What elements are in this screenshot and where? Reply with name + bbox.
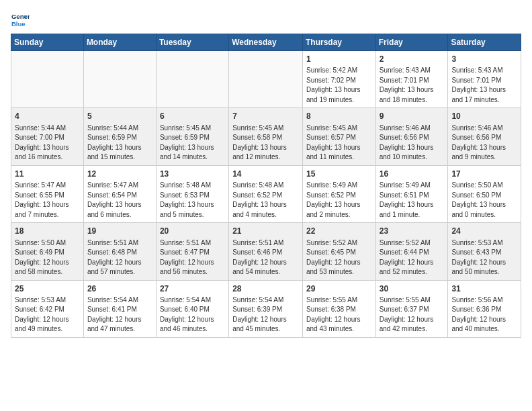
- calendar-cell: 21Sunrise: 5:51 AMSunset: 6:46 PMDayligh…: [229, 223, 303, 280]
- calendar-cell: 11Sunrise: 5:47 AMSunset: 6:55 PMDayligh…: [11, 165, 84, 222]
- calendar-cell: 13Sunrise: 5:48 AMSunset: 6:53 PMDayligh…: [156, 165, 228, 222]
- calendar-cell: 6Sunrise: 5:45 AMSunset: 6:59 PMDaylight…: [156, 108, 228, 165]
- day-detail: Sunrise: 5:48 AMSunset: 6:53 PMDaylight:…: [160, 181, 225, 220]
- weekday-header: Friday: [375, 34, 448, 51]
- logo: General Blue: [11, 11, 30, 30]
- day-detail: Sunrise: 5:51 AMSunset: 6:48 PMDaylight:…: [87, 238, 152, 277]
- calendar-cell: 17Sunrise: 5:50 AMSunset: 6:50 PMDayligh…: [448, 165, 521, 222]
- calendar-cell: 30Sunrise: 5:55 AMSunset: 6:37 PMDayligh…: [375, 280, 448, 337]
- day-number: 11: [15, 169, 80, 180]
- calendar-cell: 28Sunrise: 5:54 AMSunset: 6:39 PMDayligh…: [229, 280, 303, 337]
- calendar-cell: 9Sunrise: 5:46 AMSunset: 6:56 PMDaylight…: [375, 108, 448, 165]
- header: General Blue: [11, 11, 521, 30]
- calendar-cell: 1Sunrise: 5:42 AMSunset: 7:02 PMDaylight…: [302, 51, 375, 108]
- day-number: 28: [232, 283, 299, 295]
- calendar-cell: [156, 51, 228, 108]
- calendar-cell: 22Sunrise: 5:52 AMSunset: 6:45 PMDayligh…: [302, 223, 375, 280]
- day-detail: Sunrise: 5:42 AMSunset: 7:02 PMDaylight:…: [306, 66, 372, 105]
- day-number: 17: [451, 169, 517, 180]
- calendar-cell: 24Sunrise: 5:53 AMSunset: 6:43 PMDayligh…: [448, 223, 521, 280]
- day-detail: Sunrise: 5:53 AMSunset: 6:42 PMDaylight:…: [15, 295, 80, 334]
- day-detail: Sunrise: 5:52 AMSunset: 6:44 PMDaylight:…: [380, 238, 445, 277]
- day-number: 23: [380, 226, 445, 237]
- day-number: 24: [451, 226, 517, 237]
- day-detail: Sunrise: 5:55 AMSunset: 6:38 PMDaylight:…: [306, 295, 372, 334]
- calendar-cell: 31Sunrise: 5:56 AMSunset: 6:36 PMDayligh…: [448, 280, 521, 337]
- calendar-table: SundayMondayTuesdayWednesdayThursdayFrid…: [11, 34, 521, 338]
- day-detail: Sunrise: 5:51 AMSunset: 6:47 PMDaylight:…: [160, 238, 225, 277]
- day-number: 27: [160, 283, 225, 295]
- calendar-cell: 14Sunrise: 5:48 AMSunset: 6:52 PMDayligh…: [229, 165, 303, 222]
- calendar-cell: 2Sunrise: 5:43 AMSunset: 7:01 PMDaylight…: [375, 51, 448, 108]
- calendar-cell: [11, 51, 84, 108]
- day-detail: Sunrise: 5:43 AMSunset: 7:01 PMDaylight:…: [451, 66, 517, 105]
- day-number: 4: [15, 111, 80, 122]
- day-number: 26: [87, 283, 152, 295]
- day-detail: Sunrise: 5:43 AMSunset: 7:01 PMDaylight:…: [380, 66, 445, 105]
- day-detail: Sunrise: 5:44 AMSunset: 6:59 PMDaylight:…: [87, 124, 152, 163]
- day-number: 31: [451, 283, 517, 295]
- day-number: 25: [15, 283, 80, 295]
- calendar-cell: [83, 51, 156, 108]
- day-detail: Sunrise: 5:56 AMSunset: 6:36 PMDaylight:…: [451, 295, 517, 334]
- day-detail: Sunrise: 5:46 AMSunset: 6:56 PMDaylight:…: [380, 124, 445, 163]
- day-number: 22: [306, 226, 372, 237]
- calendar-cell: 18Sunrise: 5:50 AMSunset: 6:49 PMDayligh…: [11, 223, 84, 280]
- day-number: 10: [451, 111, 517, 122]
- day-number: 19: [87, 226, 152, 237]
- calendar-cell: 27Sunrise: 5:54 AMSunset: 6:40 PMDayligh…: [156, 280, 228, 337]
- calendar-cell: 20Sunrise: 5:51 AMSunset: 6:47 PMDayligh…: [156, 223, 228, 280]
- calendar-cell: 19Sunrise: 5:51 AMSunset: 6:48 PMDayligh…: [83, 223, 156, 280]
- day-detail: Sunrise: 5:54 AMSunset: 6:40 PMDaylight:…: [160, 295, 225, 334]
- svg-text:Blue: Blue: [11, 20, 26, 28]
- day-detail: Sunrise: 5:47 AMSunset: 6:55 PMDaylight:…: [15, 181, 80, 220]
- day-number: 12: [87, 169, 152, 180]
- day-number: 30: [380, 283, 445, 295]
- day-detail: Sunrise: 5:54 AMSunset: 6:39 PMDaylight:…: [232, 295, 299, 334]
- calendar-cell: 4Sunrise: 5:44 AMSunset: 7:00 PMDaylight…: [11, 108, 84, 165]
- day-number: 8: [306, 111, 372, 122]
- svg-text:General: General: [11, 13, 30, 20]
- day-number: 18: [15, 226, 80, 237]
- weekday-header: Tuesday: [156, 34, 228, 51]
- logo-icon: General Blue: [11, 11, 30, 30]
- calendar-cell: 3Sunrise: 5:43 AMSunset: 7:01 PMDaylight…: [448, 51, 521, 108]
- day-detail: Sunrise: 5:45 AMSunset: 6:59 PMDaylight:…: [160, 124, 225, 163]
- day-number: 6: [160, 111, 225, 122]
- day-detail: Sunrise: 5:49 AMSunset: 6:52 PMDaylight:…: [306, 181, 372, 220]
- day-detail: Sunrise: 5:44 AMSunset: 7:00 PMDaylight:…: [15, 124, 80, 163]
- day-detail: Sunrise: 5:45 AMSunset: 6:57 PMDaylight:…: [306, 124, 372, 163]
- calendar-cell: 26Sunrise: 5:54 AMSunset: 6:41 PMDayligh…: [83, 280, 156, 337]
- day-number: 14: [232, 169, 299, 180]
- day-detail: Sunrise: 5:49 AMSunset: 6:51 PMDaylight:…: [380, 181, 445, 220]
- day-detail: Sunrise: 5:45 AMSunset: 6:58 PMDaylight:…: [232, 124, 299, 163]
- day-detail: Sunrise: 5:47 AMSunset: 6:54 PMDaylight:…: [87, 181, 152, 220]
- weekday-header: Sunday: [11, 34, 84, 51]
- day-number: 15: [306, 169, 372, 180]
- day-number: 13: [160, 169, 225, 180]
- day-number: 7: [232, 111, 299, 122]
- calendar-cell: 29Sunrise: 5:55 AMSunset: 6:38 PMDayligh…: [302, 280, 375, 337]
- weekday-header: Thursday: [302, 34, 375, 51]
- calendar-cell: 7Sunrise: 5:45 AMSunset: 6:58 PMDaylight…: [229, 108, 303, 165]
- day-detail: Sunrise: 5:54 AMSunset: 6:41 PMDaylight:…: [87, 295, 152, 334]
- calendar-cell: 5Sunrise: 5:44 AMSunset: 6:59 PMDaylight…: [83, 108, 156, 165]
- calendar-cell: 23Sunrise: 5:52 AMSunset: 6:44 PMDayligh…: [375, 223, 448, 280]
- day-detail: Sunrise: 5:46 AMSunset: 6:56 PMDaylight:…: [451, 124, 517, 163]
- day-detail: Sunrise: 5:48 AMSunset: 6:52 PMDaylight:…: [232, 181, 299, 220]
- calendar-cell: [229, 51, 303, 108]
- calendar-cell: 12Sunrise: 5:47 AMSunset: 6:54 PMDayligh…: [83, 165, 156, 222]
- calendar-cell: 10Sunrise: 5:46 AMSunset: 6:56 PMDayligh…: [448, 108, 521, 165]
- weekday-header: Monday: [83, 34, 156, 51]
- day-number: 9: [380, 111, 445, 122]
- day-number: 3: [451, 54, 517, 65]
- day-detail: Sunrise: 5:50 AMSunset: 6:49 PMDaylight:…: [15, 238, 80, 277]
- calendar-cell: 25Sunrise: 5:53 AMSunset: 6:42 PMDayligh…: [11, 280, 84, 337]
- day-detail: Sunrise: 5:51 AMSunset: 6:46 PMDaylight:…: [232, 238, 299, 277]
- calendar-cell: 15Sunrise: 5:49 AMSunset: 6:52 PMDayligh…: [302, 165, 375, 222]
- day-number: 29: [306, 283, 372, 295]
- day-number: 16: [380, 169, 445, 180]
- day-number: 1: [306, 54, 372, 65]
- weekday-header: Wednesday: [229, 34, 303, 51]
- day-number: 21: [232, 226, 299, 237]
